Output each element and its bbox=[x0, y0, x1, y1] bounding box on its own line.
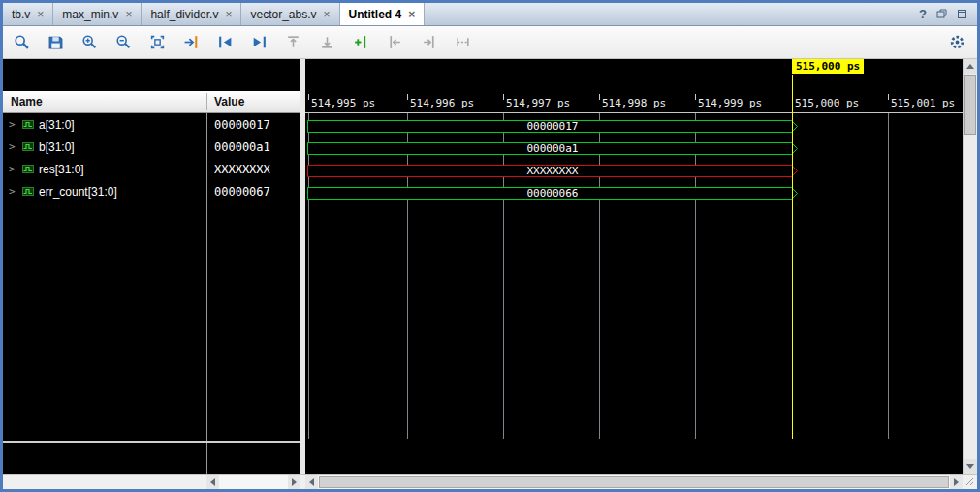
help-icon[interactable]: ? bbox=[919, 7, 927, 21]
zoom-to-cursor-button[interactable] bbox=[178, 30, 204, 55]
close-icon[interactable]: × bbox=[408, 9, 415, 20]
float-window-icon[interactable] bbox=[936, 9, 947, 19]
signal-row[interactable]: b[31:0] 000000a1 bbox=[3, 136, 300, 158]
search-button[interactable] bbox=[9, 30, 34, 55]
add-marker-icon bbox=[353, 34, 369, 50]
gridline bbox=[888, 113, 889, 439]
wave-canvas[interactable]: 00000017 000000a1 XXXXXXXX 00000066 bbox=[305, 113, 963, 474]
tabbar-controls: ? bbox=[909, 3, 977, 25]
signal-name: a[31:0] bbox=[39, 118, 75, 132]
tab-vector-abs-v[interactable]: vector_abs.v × bbox=[241, 3, 339, 25]
bus-signal-icon bbox=[22, 119, 34, 130]
time-label: 514,996 ps bbox=[410, 97, 474, 109]
signal-panel: Name Value a[31:0] 00000017 b[31:0] 0000… bbox=[3, 59, 300, 474]
close-icon[interactable]: × bbox=[37, 9, 44, 20]
expand-icon[interactable] bbox=[9, 163, 17, 175]
gear-icon bbox=[949, 34, 965, 50]
gridline bbox=[503, 113, 504, 439]
arrow-left-icon bbox=[210, 478, 215, 486]
tab-label: tb.v bbox=[12, 8, 30, 21]
waveform-hscrollbar[interactable] bbox=[305, 475, 963, 489]
time-label: 515,001 ps bbox=[891, 97, 955, 109]
time-axis[interactable]: 514,995 ps 514,996 ps 514,997 ps 514,998… bbox=[305, 91, 963, 113]
zoom-fit-button[interactable] bbox=[144, 30, 170, 55]
tab-untitled-4[interactable]: Untitled 4 × bbox=[340, 3, 426, 25]
signal-rows: a[31:0] 00000017 b[31:0] 000000a1 res[31… bbox=[3, 113, 300, 202]
previous-transition-button[interactable] bbox=[212, 30, 237, 55]
name-column-header: Name bbox=[11, 91, 43, 112]
search-icon bbox=[14, 34, 30, 50]
close-icon[interactable]: × bbox=[225, 9, 232, 20]
zoom-in-button[interactable] bbox=[77, 30, 102, 55]
previous-marker-icon bbox=[387, 34, 403, 50]
signal-panel-hscrollbar[interactable] bbox=[206, 475, 300, 489]
scroll-left-button[interactable] bbox=[305, 475, 318, 489]
previous-edge-icon bbox=[285, 34, 301, 50]
next-edge-icon bbox=[319, 34, 335, 50]
name-value-divider[interactable] bbox=[206, 113, 207, 474]
wave-viewer-window: tb.v × max_min.v × half_divider.v × vect… bbox=[0, 0, 980, 492]
vertical-scrollbar-thumb[interactable] bbox=[964, 75, 976, 135]
bus-signal-icon bbox=[22, 141, 34, 152]
gridline bbox=[695, 113, 696, 439]
next-marker-button[interactable] bbox=[416, 30, 441, 55]
settings-button[interactable] bbox=[944, 30, 969, 55]
expand-icon[interactable] bbox=[9, 140, 17, 153]
waveform-hscrollbar-thumb[interactable] bbox=[319, 476, 949, 488]
scroll-up-button[interactable] bbox=[964, 59, 977, 74]
close-icon[interactable]: × bbox=[125, 9, 132, 20]
gridline bbox=[599, 113, 600, 439]
axis-tick bbox=[308, 94, 309, 100]
tab-tb-v[interactable]: tb.v × bbox=[3, 3, 53, 25]
save-button[interactable] bbox=[43, 30, 68, 55]
gridline bbox=[407, 113, 408, 439]
arrow-right-icon bbox=[954, 478, 959, 486]
snap-to-transition-button[interactable] bbox=[450, 30, 475, 55]
signal-row[interactable]: res[31:0] XXXXXXXX bbox=[3, 158, 300, 180]
tab-bar: tb.v × max_min.v × half_divider.v × vect… bbox=[3, 3, 977, 26]
signal-value: 000000a1 bbox=[214, 140, 270, 154]
time-label: 515,000 ps bbox=[795, 97, 859, 109]
close-icon[interactable]: × bbox=[324, 9, 331, 20]
add-marker-button[interactable] bbox=[348, 30, 373, 55]
scroll-right-button[interactable] bbox=[950, 475, 963, 489]
scroll-right-button[interactable] bbox=[288, 475, 300, 489]
bus-waveform-a: 00000017 bbox=[307, 120, 798, 133]
vertical-scrollbar[interactable] bbox=[963, 59, 977, 474]
signal-panel-header: Name Value bbox=[3, 91, 300, 113]
zoom-in-icon bbox=[81, 34, 98, 50]
signal-row[interactable]: err_count[31:0] 00000067 bbox=[3, 180, 300, 202]
signal-name: res[31:0] bbox=[39, 163, 84, 176]
bus-value-label: 000000a1 bbox=[307, 142, 798, 155]
signal-value: 00000067 bbox=[214, 185, 270, 199]
arrow-down-icon bbox=[966, 464, 974, 469]
zoom-fit-icon bbox=[149, 34, 166, 50]
bus-value-label: XXXXXXXX bbox=[307, 165, 798, 177]
resize-grip-icon bbox=[965, 477, 974, 486]
column-divider[interactable] bbox=[206, 93, 207, 110]
cursor-time-badge: 515,000 ps bbox=[792, 59, 864, 74]
next-transition-button[interactable] bbox=[246, 30, 271, 55]
tab-label: max_min.v bbox=[62, 8, 118, 21]
tab-label: half_divider.v bbox=[150, 8, 218, 21]
scroll-left-button[interactable] bbox=[206, 475, 219, 489]
bus-waveform-err-count: 00000066 bbox=[307, 187, 798, 200]
next-marker-icon bbox=[421, 34, 437, 50]
axis-tick bbox=[599, 94, 600, 100]
signal-row[interactable]: a[31:0] 00000017 bbox=[3, 113, 300, 136]
expand-icon[interactable] bbox=[9, 118, 17, 131]
panel-horizontal-splitter[interactable] bbox=[3, 441, 300, 443]
scroll-down-button[interactable] bbox=[964, 459, 977, 474]
tab-half-divider-v[interactable]: half_divider.v × bbox=[142, 3, 241, 25]
time-cursor[interactable] bbox=[792, 75, 793, 439]
previous-edge-button[interactable] bbox=[280, 30, 305, 55]
expand-icon[interactable] bbox=[9, 185, 17, 198]
bottom-scroll-area bbox=[3, 474, 977, 489]
next-edge-button[interactable] bbox=[314, 30, 339, 55]
maximize-icon[interactable] bbox=[957, 9, 967, 19]
zoom-out-button[interactable] bbox=[111, 30, 136, 55]
axis-tick bbox=[888, 94, 889, 100]
tab-max-min-v[interactable]: max_min.v × bbox=[53, 3, 142, 25]
signal-value: XXXXXXXX bbox=[214, 163, 270, 176]
previous-marker-button[interactable] bbox=[382, 30, 407, 55]
